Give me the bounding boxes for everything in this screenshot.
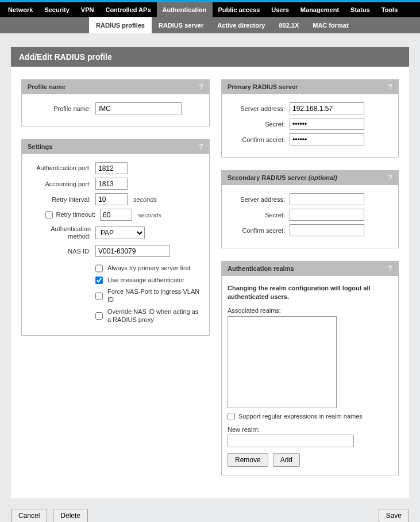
new-realm-input[interactable] (228, 435, 354, 447)
footer: Cancel Delete Save (11, 509, 409, 522)
nav-security[interactable]: Security (38, 2, 75, 17)
check-override-nas-id[interactable] (95, 308, 103, 324)
secondary-addr-label: Server address: (228, 196, 290, 203)
tab-8021x[interactable]: 802.1X (272, 17, 306, 33)
panel-header-profile: Profile name ? (22, 80, 209, 94)
help-icon[interactable]: ? (199, 142, 203, 151)
help-icon[interactable]: ? (388, 264, 392, 272)
panel-header-settings: Settings ? (22, 140, 209, 154)
auth-method-label: Authentication method: (28, 224, 95, 241)
check-force-nas-port-label: Force NAS-Port to ingress VLAN ID (107, 287, 202, 304)
primary-secret-input[interactable] (290, 118, 364, 130)
panel-primary-radius: Primary RADIUS server ? Server address: … (221, 79, 399, 158)
panel-header-secondary: Secondary RADIUS server (optional) ? (222, 171, 398, 185)
cancel-button[interactable]: Cancel (11, 509, 47, 522)
panel-title-secondary: Secondary RADIUS server (228, 174, 309, 181)
retry-timeout-checkbox[interactable] (45, 211, 53, 218)
nav-status[interactable]: Status (345, 2, 376, 17)
add-button[interactable]: Add (273, 453, 300, 467)
nav-tools[interactable]: Tools (376, 2, 404, 17)
acct-port-label: Accounting port: (28, 181, 95, 187)
primary-addr-label: Server address: (228, 105, 290, 112)
nav-network[interactable]: Network (2, 2, 38, 17)
left-column: Profile name ? Profile name: Settings ? … (21, 79, 210, 488)
page-title: Add/Edit RADIUS profile (11, 47, 409, 67)
secondary-secret-label: Secret: (228, 212, 290, 218)
help-icon[interactable]: ? (388, 82, 392, 91)
retry-timeout-label: Retry timeout: (56, 210, 95, 220)
primary-secret-label: Secret: (228, 121, 290, 128)
retry-interval-label: Retry interval: (28, 196, 95, 203)
nav-controlled-aps[interactable]: Controlled APs (99, 2, 156, 17)
profile-name-label: Profile name: (28, 105, 95, 112)
secondary-confirm-label: Confirm secret: (228, 227, 290, 234)
check-override-nas-id-label: Override NAS ID when acting as a RADIUS … (107, 308, 202, 324)
content: Profile name ? Profile name: Settings ? … (11, 67, 409, 498)
top-nav: Network Security VPN Controlled APs Auth… (0, 2, 420, 17)
primary-confirm-label: Confirm secret: (228, 136, 290, 143)
check-always-primary[interactable] (95, 264, 103, 272)
tab-radius-server[interactable]: RADIUS server (152, 17, 210, 33)
nas-id-input[interactable] (95, 245, 170, 257)
nav-management[interactable]: Management (295, 2, 345, 17)
check-force-nas-port[interactable] (95, 288, 103, 304)
check-always-primary-label: Always try primary server first (107, 264, 202, 272)
panel-title-secondary-suffix: (optional) (309, 174, 337, 181)
retry-interval-input[interactable] (95, 193, 128, 205)
nas-id-label: NAS ID: (28, 248, 95, 255)
primary-addr-input[interactable] (290, 102, 364, 114)
secondary-addr-input[interactable] (290, 193, 364, 205)
acct-port-input[interactable] (95, 178, 128, 190)
panel-title-profile: Profile name (28, 83, 65, 90)
profile-name-input[interactable] (95, 102, 182, 114)
retry-timeout-unit: seconds (138, 212, 161, 218)
nav-vpn[interactable]: VPN (75, 2, 100, 17)
primary-confirm-input[interactable] (290, 133, 364, 145)
help-icon[interactable]: ? (199, 82, 203, 91)
panel-title-primary: Primary RADIUS server (228, 83, 298, 90)
tab-active-directory[interactable]: Active directory (210, 17, 272, 33)
auth-method-select[interactable]: PAP (95, 227, 145, 239)
retry-timeout-input[interactable] (100, 209, 132, 221)
check-message-auth[interactable] (95, 277, 103, 284)
auth-port-input[interactable] (95, 162, 128, 174)
nav-users[interactable]: Users (265, 2, 295, 17)
new-realm-label: New realm: (228, 426, 391, 433)
right-column: Primary RADIUS server ? Server address: … (221, 79, 399, 488)
nav-authentication[interactable]: Authentication (157, 2, 213, 17)
panel-header-primary: Primary RADIUS server ? (222, 80, 398, 94)
secondary-secret-input[interactable] (290, 209, 364, 221)
support-regex-label: Support regular expressions in realm nam… (238, 413, 363, 420)
tab-mac-format[interactable]: MAC format (306, 17, 355, 33)
panel-title-realms: Authentication realms (228, 265, 294, 272)
panel-secondary-radius: Secondary RADIUS server (optional) ? Ser… (221, 170, 399, 248)
secondary-confirm-input[interactable] (290, 224, 364, 236)
panel-title-settings: Settings (28, 143, 52, 150)
panel-settings: Settings ? Authentication port: Accounti… (21, 139, 210, 336)
delete-button[interactable]: Delete (53, 509, 88, 522)
panel-profile-name: Profile name ? Profile name: (21, 79, 210, 126)
panel-auth-realms: Authentication realms ? Changing the rea… (221, 261, 399, 475)
sub-nav: RADIUS profiles RADIUS server Active dir… (0, 17, 420, 33)
realm-warning: Changing the realm configuration will lo… (228, 284, 391, 301)
nav-public-access[interactable]: Public access (213, 2, 266, 17)
panel-header-realms: Authentication realms ? (222, 262, 398, 276)
support-regex-checkbox[interactable] (228, 413, 235, 420)
check-message-auth-label: Use message authenticator (107, 276, 202, 284)
save-button[interactable]: Save (379, 509, 409, 522)
tab-radius-profiles[interactable]: RADIUS profiles (89, 17, 152, 33)
auth-port-label: Authentication port: (28, 163, 95, 173)
help-icon[interactable]: ? (388, 173, 392, 182)
associated-realms-label: Associated realms: (228, 307, 391, 314)
remove-button[interactable]: Remove (228, 453, 268, 467)
retry-interval-unit: seconds (133, 196, 157, 203)
associated-realms-list[interactable] (228, 316, 337, 408)
